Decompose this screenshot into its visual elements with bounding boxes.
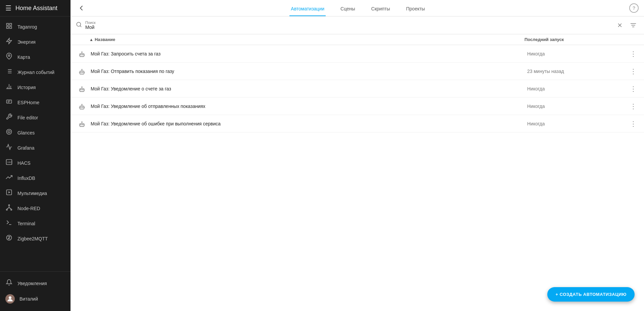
sidebar-item-label: Мультимедиа — [17, 191, 47, 196]
svg-point-23 — [8, 205, 9, 206]
chart-line-icon — [5, 144, 13, 152]
automation-icon — [76, 48, 88, 60]
sidebar-footer: Уведомления Виталий — [0, 271, 71, 311]
svg-rect-52 — [81, 89, 81, 90]
svg-point-60 — [82, 104, 83, 105]
automation-last-run: Никогда — [527, 121, 628, 126]
svg-rect-51 — [80, 88, 84, 91]
tab-automations[interactable]: Автоматизации — [289, 0, 326, 16]
menu-icon[interactable]: ☰ — [5, 4, 11, 12]
sidebar-item-esphome[interactable]: ESPHome — [0, 95, 71, 110]
row-menu-button[interactable]: ⋮ — [628, 48, 639, 59]
svg-marker-22 — [8, 191, 10, 194]
sidebar-item-logbook[interactable]: Журнал событий — [0, 65, 71, 80]
automation-name: Мой Газ: Запросить счета за газ — [91, 51, 527, 56]
svg-rect-40 — [81, 54, 81, 55]
automation-last-run: Никогда — [527, 86, 628, 91]
sidebar: ☰ Home Assistant Taganrog Энергия Карта … — [0, 0, 71, 311]
sidebar-item-grafana[interactable]: Grafana — [0, 140, 71, 155]
search-label: Поиск — [85, 21, 611, 25]
table-row[interactable]: Мой Газ: Уведомление об ошибке при выпол… — [71, 115, 644, 132]
automation-icon — [76, 118, 88, 130]
sidebar-item-history[interactable]: История — [0, 80, 71, 95]
sidebar-footer-label: Уведомления — [17, 281, 47, 286]
svg-point-24 — [6, 209, 7, 210]
table-row[interactable]: Мой Газ: Запросить счета за газ Никогда … — [71, 45, 644, 63]
create-automation-button[interactable]: + СОЗДАТЬ АВТОМАТИЗАЦИЮ — [547, 287, 635, 302]
svg-rect-64 — [81, 124, 81, 125]
automation-icon — [76, 83, 88, 95]
svg-rect-41 — [83, 54, 83, 55]
zigbee-icon — [5, 234, 13, 243]
help-icon[interactable]: ? — [629, 3, 639, 13]
sidebar-item-zigbee2mqtt[interactable]: Zigbee2MQTT — [0, 231, 71, 246]
row-menu-button[interactable]: ⋮ — [628, 83, 639, 94]
play-box-icon — [5, 189, 13, 197]
sidebar-item-label: ESPHome — [17, 100, 39, 105]
search-actions — [614, 20, 639, 31]
sidebar-item-glances[interactable]: Glances — [0, 125, 71, 140]
search-field[interactable]: Поиск Мой — [85, 21, 611, 30]
svg-point-5 — [8, 55, 10, 56]
sidebar-item-label: Журнал событий — [17, 70, 54, 75]
sidebar-item-file-editor[interactable]: File editor — [0, 110, 71, 125]
svg-point-31 — [9, 297, 11, 299]
svg-rect-39 — [80, 53, 84, 56]
automation-icon — [76, 65, 88, 77]
svg-rect-57 — [80, 106, 84, 109]
automation-last-run: Никогда — [527, 51, 628, 56]
svg-rect-45 — [80, 71, 84, 74]
tab-scenes[interactable]: Сцены — [339, 0, 357, 16]
sidebar-item-terminal[interactable]: Terminal — [0, 216, 71, 231]
main-content: АвтоматизацииСценыСкриптыПроекты ? Поиск… — [71, 0, 644, 311]
automation-name: Мой Газ: Уведомление об ошибке при выпол… — [91, 121, 527, 126]
automation-name: Мой Газ: Отправить показания по газу — [91, 69, 527, 74]
search-value: Мой — [85, 25, 611, 30]
sidebar-item-influxdb[interactable]: InfluxDB — [0, 170, 71, 186]
sidebar-item-label: InfluxDB — [17, 176, 35, 181]
sidebar-footer-user[interactable]: Виталий — [0, 291, 71, 307]
svg-rect-16 — [7, 100, 12, 103]
row-menu-button[interactable]: ⋮ — [628, 66, 639, 77]
table-row[interactable]: Мой Газ: Уведомление об отправленных пок… — [71, 98, 644, 115]
tab-projects[interactable]: Проекты — [405, 0, 426, 16]
svg-rect-3 — [10, 27, 12, 29]
map-icon — [5, 53, 13, 61]
hacs-icon: HACS — [5, 159, 13, 167]
svg-line-33 — [80, 26, 81, 27]
sidebar-item-hacs[interactable]: HACS HACS — [0, 155, 71, 170]
table-row[interactable]: Мой Газ: Отправить показания по газу 23 … — [71, 63, 644, 80]
svg-line-27 — [7, 207, 9, 209]
fab-container: + СОЗДАТЬ АВТОМАТИЗАЦИЮ — [547, 287, 635, 302]
sidebar-footer-notifications[interactable]: Уведомления — [0, 276, 71, 291]
svg-rect-65 — [83, 124, 83, 125]
sidebar-item-label: Node-RED — [17, 206, 40, 211]
sidebar-item-energy[interactable]: Энергия — [0, 34, 71, 49]
svg-rect-47 — [83, 72, 83, 72]
sidebar-header: ☰ Home Assistant — [0, 0, 71, 16]
row-menu-button[interactable]: ⋮ — [628, 118, 639, 129]
svg-point-42 — [82, 51, 83, 52]
back-button[interactable] — [76, 3, 87, 13]
search-clear-button[interactable] — [614, 20, 625, 31]
table-row[interactable]: Мой Газ: Уведомление о счете за газ Нико… — [71, 80, 644, 98]
sidebar-item-taganrog[interactable]: Taganrog — [0, 19, 71, 34]
sidebar-item-label: HACS — [17, 160, 31, 166]
svg-rect-46 — [81, 72, 81, 72]
col-name-header[interactable]: ▲ Название — [89, 37, 524, 42]
svg-line-28 — [9, 207, 11, 209]
automation-icon — [76, 100, 88, 112]
svg-marker-4 — [7, 38, 12, 44]
svg-text:HACS: HACS — [7, 161, 12, 163]
sidebar-item-node-red[interactable]: Node-RED — [0, 201, 71, 216]
bar-chart-icon — [5, 83, 13, 91]
svg-point-25 — [11, 209, 12, 210]
sidebar-item-multimedia[interactable]: Мультимедиа — [0, 186, 71, 201]
search-filter-button[interactable] — [628, 20, 639, 31]
sidebar-item-map[interactable]: Карта — [0, 49, 71, 65]
svg-point-18 — [8, 131, 10, 133]
svg-point-66 — [82, 121, 83, 122]
topbar-right: ? — [629, 3, 639, 13]
tab-scripts[interactable]: Скрипты — [370, 0, 392, 16]
row-menu-button[interactable]: ⋮ — [628, 101, 639, 112]
